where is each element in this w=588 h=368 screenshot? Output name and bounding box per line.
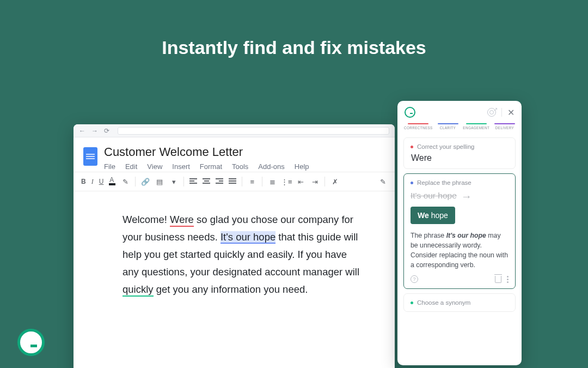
category-label: DELIVERY [495, 126, 514, 130]
image-icon[interactable]: ▾ [169, 177, 178, 186]
address-bar[interactable] [118, 127, 389, 135]
dismiss-icon[interactable] [495, 276, 501, 283]
close-icon[interactable]: ✕ [507, 107, 514, 118]
suggestion-hint: Correct your spelling [417, 143, 474, 150]
text-color-button[interactable] [109, 183, 115, 185]
more-options-icon[interactable] [507, 276, 509, 283]
toolbar-separator [135, 177, 136, 186]
menu-addons[interactable]: Add-ons [258, 162, 284, 171]
align-left-icon[interactable] [189, 178, 197, 185]
toolbar-separator [324, 177, 325, 186]
numbered-list-icon[interactable]: ≣ [268, 177, 277, 186]
goals-icon[interactable]: ↗ [487, 108, 496, 117]
separator [501, 108, 502, 117]
outdent-icon[interactable]: ⇤ [296, 177, 305, 186]
suggestion-hint: Choose a synonym [417, 299, 470, 306]
align-right-icon[interactable] [216, 178, 223, 185]
comment-icon[interactable]: ▤ [155, 177, 164, 186]
menu-tools[interactable]: Tools [232, 162, 248, 171]
align-center-icon[interactable] [203, 178, 210, 185]
engagement-suggestion[interactable]: quickly [122, 283, 154, 297]
category-clarity[interactable]: CLARITY [438, 123, 458, 130]
grammarly-logo-icon [17, 329, 45, 356]
suggestion-hint: Replace the phrase [417, 179, 471, 186]
page-headline: Instantly find and fix mistakes [0, 37, 588, 58]
browser-chrome-bar: ← → ⟳ [74, 124, 395, 137]
underline-button[interactable]: U [99, 178, 104, 185]
document-title[interactable]: Customer Welcome Letter [104, 145, 309, 159]
line-spacing-icon[interactable]: ≡ [248, 177, 256, 186]
grammarly-logo-icon [405, 107, 415, 118]
back-icon[interactable]: ← [79, 127, 85, 135]
link-icon[interactable]: 🔗 [141, 177, 150, 186]
suggestion-explanation: The phrase It's our hope may be unnecess… [411, 231, 509, 270]
apply-suggestion-button[interactable]: We hope [411, 207, 455, 224]
category-dot-icon [411, 146, 413, 148]
bold-button[interactable]: B [81, 178, 86, 185]
indent-icon[interactable]: ⇥ [310, 177, 319, 186]
google-docs-icon [83, 147, 97, 166]
category-bar [466, 123, 487, 124]
original-phrase: It's our hope [411, 191, 457, 201]
docs-toolbar: B I U ✎ 🔗 ▤ ▾ ≡ ≣ ⋮≡ ⇤ ⇥ ✗ ✎ [74, 172, 395, 191]
suggestion-card-replace[interactable]: Replace the phrase It's our hope → We ho… [403, 173, 516, 289]
suggestion-rest: hope [429, 211, 448, 220]
panel-header: ↗ ✕ [403, 107, 516, 118]
reload-icon[interactable]: ⟳ [104, 127, 109, 135]
category-correctness[interactable]: CORRECTNESS [404, 123, 433, 130]
clear-formatting-icon[interactable]: ✗ [330, 177, 339, 186]
category-dot-icon [411, 182, 413, 184]
toolbar-separator [262, 177, 262, 186]
menu-edit[interactable]: Edit [125, 162, 137, 171]
italic-button[interactable]: I [91, 178, 94, 186]
forward-icon[interactable]: → [91, 127, 98, 135]
google-docs-window: ← → ⟳ Customer Welcome Letter File Edit … [74, 124, 395, 368]
suggestion-card-spelling[interactable]: Correct your spelling Were [403, 137, 516, 169]
menu-file[interactable]: File [104, 162, 115, 171]
clarity-suggestion[interactable]: It's our hope [220, 231, 275, 244]
highlight-icon[interactable]: ✎ [121, 177, 130, 186]
bulleted-list-icon[interactable]: ⋮≡ [282, 177, 291, 186]
category-bar [494, 123, 515, 124]
category-bar [438, 123, 458, 124]
category-label: CLARITY [440, 126, 456, 130]
toolbar-separator [242, 177, 242, 186]
align-justify-icon[interactable] [229, 178, 236, 185]
toolbar-separator [183, 177, 184, 186]
category-engagement[interactable]: ENGAGEMENT [463, 123, 489, 130]
document-header: Customer Welcome Letter File Edit View I… [74, 137, 395, 172]
suggestion-word: Were [411, 153, 509, 163]
body-text: get you any information you need. [154, 283, 308, 295]
menu-help[interactable]: Help [295, 162, 309, 171]
menu-view[interactable]: View [147, 162, 162, 171]
document-body[interactable]: Welcome! Were so glad you chose our comp… [74, 191, 395, 298]
grammarly-brand-corner [17, 329, 45, 356]
category-bar [408, 123, 428, 124]
category-delivery[interactable]: DELIVERY [494, 123, 515, 130]
suggestion-bold: We [418, 211, 429, 220]
spelling-error[interactable]: Were [170, 214, 194, 227]
category-label: ENGAGEMENT [463, 126, 489, 130]
category-tabs: CORRECTNESS CLARITY ENGAGEMENT DELIVERY [403, 122, 516, 133]
docs-menu-bar: File Edit View Insert Format Tools Add-o… [104, 162, 309, 171]
category-label: CORRECTNESS [404, 126, 433, 130]
edit-mode-icon[interactable]: ✎ [378, 177, 387, 186]
grammarly-panel: ↗ ✕ CORRECTNESS CLARITY ENGAGEMENT DELIV… [397, 101, 522, 365]
category-dot-icon [411, 301, 413, 304]
menu-insert[interactable]: Insert [172, 162, 190, 171]
menu-format[interactable]: Format [200, 162, 222, 171]
help-icon[interactable]: ? [411, 275, 418, 283]
arrow-right-icon: → [461, 190, 472, 203]
body-text: Welcome! [122, 214, 170, 225]
suggestion-card-synonym[interactable]: Choose a synonym [403, 293, 516, 312]
